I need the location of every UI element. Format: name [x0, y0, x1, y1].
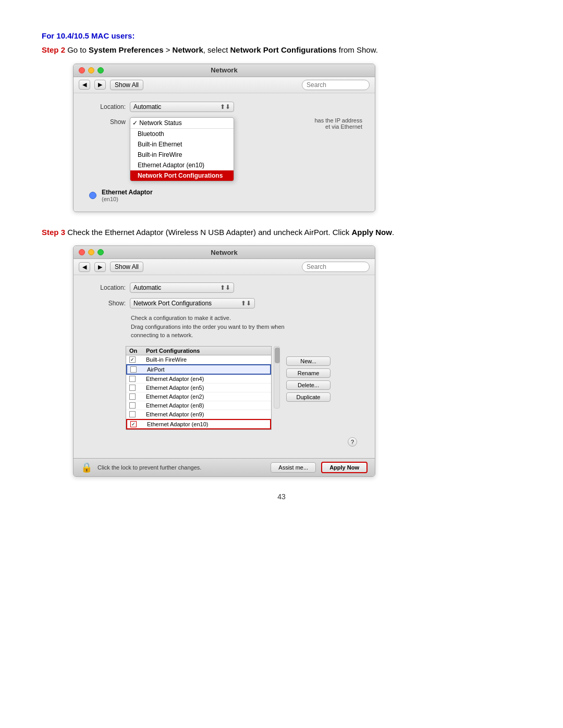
location-row-2: Location: Automatic ⬆⬇	[84, 282, 364, 293]
forward-button-2[interactable]: ▶	[94, 262, 106, 272]
port-row-4[interactable]: Ethernet Adaptor (en2)	[126, 392, 271, 401]
new-button[interactable]: New...	[286, 356, 331, 366]
port-name-5: Ethernet Adaptor (en8)	[146, 402, 268, 409]
port-row-1[interactable]: AirPort	[126, 364, 271, 375]
window2-body: Location: Automatic ⬆⬇ Show: Network Por…	[74, 275, 375, 458]
port-row-5[interactable]: Ethernet Adaptor (en8)	[126, 401, 271, 410]
port-table-container: On Port Configurations ✓ Built-in FireWi…	[126, 346, 280, 430]
location-select[interactable]: Automatic ⬆⬇	[130, 102, 234, 112]
location-label: Location:	[84, 103, 126, 110]
location-label-2: Location:	[84, 284, 126, 291]
footer-lock-text: Click the lock to prevent further change…	[97, 464, 265, 471]
port-name-6: Ethernet Adaptor (en9)	[146, 411, 268, 417]
rename-button[interactable]: Rename	[286, 368, 331, 378]
eth-name-1: Ethernet Adaptor	[102, 189, 359, 196]
port-check-1[interactable]	[130, 366, 147, 373]
eth-info-1: Ethernet Adaptor (en10)	[102, 189, 359, 202]
dropdown-checked-item[interactable]: ✓ Network Status	[130, 118, 234, 128]
step3-num: Step 3	[42, 228, 65, 237]
show-stepper-2: ⬆⬇	[241, 300, 251, 307]
location-select-2[interactable]: Automatic ⬆⬇	[130, 282, 234, 293]
back-button-1[interactable]: ◀	[79, 80, 90, 90]
location-stepper-2: ⬆⬇	[220, 284, 230, 291]
port-name-0: Built-in FireWire	[146, 356, 268, 363]
location-stepper: ⬆⬇	[220, 103, 230, 110]
port-name-2: Ethernet Adaptor (en4)	[146, 376, 268, 382]
npc-desc: Check a configuration to make it active.…	[131, 314, 364, 340]
port-name-1: AirPort	[147, 366, 267, 373]
show-all-button-1[interactable]: Show All	[110, 80, 143, 90]
scrollbar[interactable]	[274, 346, 280, 409]
close-dot[interactable]	[79, 67, 85, 73]
min-dot[interactable]	[88, 67, 94, 73]
location-row: Location: Automatic ⬆⬇	[84, 102, 364, 112]
dropdown-item-eth-en10[interactable]: Ethernet Adaptor (en10)	[130, 160, 234, 170]
toolbar-2: ◀ ▶ Show All	[74, 259, 375, 275]
eth-sub-1: (en10)	[102, 196, 359, 202]
col-name-header: Port Configurations	[146, 348, 268, 354]
dropdown-container: ✓ Network Status Bluetooth Built-in Ethe…	[130, 117, 234, 181]
port-section: On Port Configurations ✓ Built-in FireWi…	[126, 346, 364, 430]
search-input-1[interactable]	[302, 80, 370, 90]
toolbar-1: ◀ ▶ Show All	[74, 77, 375, 93]
scrollbar-thumb[interactable]	[275, 348, 280, 363]
port-check-2[interactable]	[129, 376, 146, 382]
ethernet-row-1: Ethernet Adaptor (en10)	[84, 184, 364, 206]
page-number: 43	[42, 492, 521, 501]
step2-text: Step 2 Go to System Preferences > Networ…	[42, 44, 521, 56]
back-button-2[interactable]: ◀	[79, 262, 90, 272]
port-name-4: Ethernet Adaptor (en2)	[146, 393, 268, 400]
port-check-3[interactable]	[129, 385, 146, 391]
apply-now-button[interactable]: Apply Now	[321, 462, 368, 473]
dropdown-item-bluetooth[interactable]: Bluetooth	[130, 129, 234, 139]
close-dot-2[interactable]	[79, 249, 85, 255]
port-row-0[interactable]: ✓ Built-in FireWire	[126, 355, 271, 364]
titlebar-2: Network	[74, 246, 375, 259]
step2-num: Step 2	[42, 45, 65, 54]
ethernet-info-right: has the IP address et via Ethernet	[314, 117, 362, 130]
show-row-2: Show: Network Port Configurations ⬆⬇	[84, 298, 364, 309]
window2-footer: 🔒 Click the lock to prevent further chan…	[74, 458, 375, 476]
assist-me-button[interactable]: Assist me...	[271, 462, 316, 473]
network-window-2: Network ◀ ▶ Show All Location: Automatic…	[73, 245, 375, 477]
duplicate-button[interactable]: Duplicate	[286, 392, 331, 402]
port-check-7[interactable]: ✓	[130, 421, 147, 427]
max-dot-2[interactable]	[97, 249, 104, 255]
lock-icon[interactable]: 🔒	[81, 462, 92, 473]
network-window-1: Network ◀ ▶ Show All Location: Automatic…	[73, 64, 375, 212]
search-input-2[interactable]	[302, 262, 370, 272]
dropdown-item-npc[interactable]: Network Port Configurations	[130, 170, 234, 181]
min-dot-2[interactable]	[88, 249, 94, 255]
delete-button[interactable]: Delete...	[286, 380, 331, 390]
max-dot[interactable]	[97, 67, 104, 73]
port-table-header: On Port Configurations	[126, 347, 271, 355]
forward-button-1[interactable]: ▶	[94, 80, 106, 90]
port-check-5[interactable]	[129, 402, 146, 409]
show-all-button-2[interactable]: Show All	[110, 262, 143, 272]
dropdown-item-builtin-eth[interactable]: Built-in Ethernet	[130, 139, 234, 150]
dropdown-item-builtin-fw[interactable]: Built-in FireWire	[130, 150, 234, 160]
window-title-1: Network	[211, 66, 237, 74]
show-row-1: Show ✓ Network Status Bluetooth Built-in…	[84, 117, 364, 181]
show-label-1: Show	[84, 117, 126, 126]
port-table: On Port Configurations ✓ Built-in FireWi…	[126, 346, 272, 430]
show-select-2[interactable]: Network Port Configurations ⬆⬇	[130, 298, 255, 309]
port-buttons: New... Rename Delete... Duplicate	[286, 356, 331, 430]
help-button[interactable]: ?	[348, 437, 357, 447]
port-row-2[interactable]: Ethernet Adaptor (en4)	[126, 375, 271, 384]
col-on-header: On	[129, 348, 146, 354]
port-check-4[interactable]	[129, 393, 146, 400]
port-name-7: Ethernet Adaptor (en10)	[147, 421, 267, 427]
section-title: For 10.4/10.5 MAC users:	[42, 31, 521, 40]
port-row-3[interactable]: Ethernet Adaptor (en5)	[126, 384, 271, 392]
port-check-0[interactable]: ✓	[129, 356, 146, 363]
port-check-6[interactable]	[129, 411, 146, 417]
port-row-6[interactable]: Ethernet Adaptor (en9)	[126, 410, 271, 419]
eth-dot-1	[89, 192, 96, 199]
window-title-2: Network	[211, 249, 237, 256]
dropdown-menu: ✓ Network Status Bluetooth Built-in Ethe…	[130, 117, 234, 181]
show-label-2: Show:	[84, 300, 126, 307]
port-name-3: Ethernet Adaptor (en5)	[146, 385, 268, 391]
port-row-7[interactable]: ✓ Ethernet Adaptor (en10)	[126, 419, 271, 429]
window1-body: Location: Automatic ⬆⬇ Show ✓ Network St…	[74, 93, 375, 212]
